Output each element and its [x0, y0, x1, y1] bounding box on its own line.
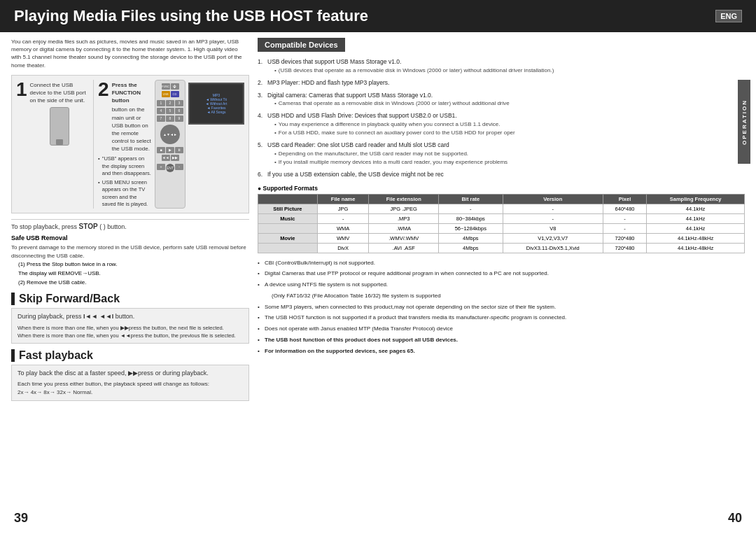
safe-usb-section: Safe USB Removal To prevent damage to th… — [11, 234, 249, 287]
skip-note-1: When there is more than one file, when y… — [18, 324, 243, 332]
skip-section-header: Skip Forward/Back — [11, 293, 249, 305]
page-title: Playing Media Files using the USB HOST f… — [14, 7, 368, 25]
formats-table: File name File extension Bit rate Versio… — [258, 194, 745, 253]
formats-section: ● Supported Formats File name File exten… — [258, 185, 745, 253]
table-row: Movie WMV .WMV/.WMV 4Mbps V1,V2,V3,V7 72… — [258, 233, 745, 243]
compatible-list: USB devices that support USB Mass Storag… — [258, 57, 745, 179]
step-2-text: button on the main unit or USB button on… — [112, 106, 152, 153]
col-header-freq: Sampling Frequency — [647, 194, 745, 204]
fast-section-header: Fast playback — [11, 349, 249, 362]
steps-area: 1 Connect the USB device to the USB port… — [11, 75, 249, 213]
bottom-notes: CBI (Control/Bulk/Interrupt) is not supp… — [258, 259, 745, 356]
function-btn: FUNC — [162, 83, 170, 90]
step-notes: "USB" appears on the display screen and … — [98, 155, 152, 209]
compatible-badge: Compatible Devices — [258, 38, 345, 52]
table-row: Still Picture JPG JPG .JPEG - - 640*480 … — [258, 204, 745, 213]
prev-btn: ◄◄ — [162, 155, 170, 161]
compat-item-1: USB devices that support USB Mass Storag… — [258, 57, 745, 75]
next-btn: ▶▶ — [171, 155, 179, 161]
step-2-number: 2 — [98, 80, 109, 99]
col-header-version: Version — [503, 194, 603, 204]
table-row: DivX .AVI .ASF 4Mbps DivX3.11-DivX5.1,Xv… — [258, 243, 745, 253]
stop-btn: ■ — [157, 147, 165, 153]
fast-note-1: Each time you press either button, the p… — [18, 380, 243, 388]
main-content: You can enjoy media files such as pictur… — [0, 32, 756, 534]
skip-main-text: During playback, press I◄◄ ◄◄I button. — [18, 312, 243, 322]
btn-1: 1 — [157, 100, 165, 106]
step-divider — [93, 80, 94, 209]
usb-btn: USB — [162, 91, 170, 97]
col-header-filename: File name — [317, 194, 369, 204]
page-num-left: 39 — [14, 511, 28, 526]
step-note-1: "USB" appears on the display screen and … — [98, 155, 152, 178]
step-2-bold-title: Press the FUNCTION button — [112, 82, 141, 104]
bold-note-2: For information on the supported devices… — [258, 347, 745, 356]
compat-item-4: USB HDD and USB Flash Drive: Devices tha… — [258, 111, 745, 137]
note-3: A device using NTFS file system is not s… — [258, 281, 745, 290]
skip-title: Skip Forward/Back — [19, 293, 120, 305]
stop-text: To stop playback, press — [11, 223, 77, 230]
safe-usb-title: Safe USB Removal — [11, 234, 249, 241]
step-2: 2 Press the FUNCTION button button on th… — [98, 80, 244, 209]
page-container: Playing Media Files using the USB HOST f… — [0, 0, 756, 534]
left-column: You can enjoy media files such as pictur… — [11, 38, 249, 528]
eng-badge: ENG — [715, 10, 742, 22]
fast-main-text: To play back the disc at a faster speed,… — [18, 369, 243, 379]
screen-area: MP3◄ Without Tit◄ Without Art◄ Favorites… — [188, 80, 244, 209]
safe-usb-intro: To prevent damage to the memory stored i… — [11, 244, 249, 260]
operation-label: OPERATION — [741, 99, 748, 145]
stop-section: To stop playback, press STOP ( ) button. — [11, 219, 249, 230]
note-3-sub: (Only FAT16/32 (File Allocation Table 16… — [258, 292, 745, 301]
compat-item-3: Digital camera: Cameras that support USB… — [258, 91, 745, 108]
page-numbers: 39 40 — [0, 511, 756, 526]
bold-note-1: The USB host function of this product do… — [258, 336, 745, 345]
col-header-bitrate: Bit rate — [439, 194, 503, 204]
step-2-title: Press the FUNCTION button — [112, 81, 152, 105]
btn-9: 9 — [175, 115, 183, 122]
stop-text2: ( ) button. — [99, 223, 127, 230]
vol-down: - — [175, 164, 183, 170]
remote-visual: FUNC ⏻ USB CD 1 2 3 — [155, 80, 186, 209]
btn-7: 7 — [157, 115, 165, 122]
btn-4: 4 — [157, 108, 165, 114]
page-num-right: 40 — [728, 511, 742, 526]
btn-8: 8 — [166, 115, 174, 122]
note-1: CBI (Control/Bulk/Interrupt) is not supp… — [258, 259, 745, 268]
power-btn: ⏻ — [171, 83, 179, 90]
pause-btn: ⏸ — [175, 147, 183, 153]
note-2: Digital Cameras that use PTP protocol or… — [258, 269, 745, 279]
nav-circle: ▲▼◄► — [160, 125, 180, 144]
intro-text: You can enjoy media files such as pictur… — [11, 38, 249, 69]
compat-item-5: USB card Reader: One slot USB card reade… — [258, 141, 745, 167]
screen-visual: MP3◄ Without Tit◄ Without Art◄ Favorites… — [188, 83, 244, 125]
note-6: Does not operate with Janus enabled MTP … — [258, 325, 745, 334]
note-4: Some MP3 players, when connected to this… — [258, 303, 745, 312]
enter-btn: ENT — [166, 164, 174, 172]
compat-item-6: If you use a USB extension cable, the US… — [258, 170, 745, 179]
step-1: 1 Connect the USB device to the USB port… — [16, 80, 89, 209]
compat-item-2: MP3 Player: HDD and flash type MP3 playe… — [258, 78, 745, 87]
vol-up: + — [157, 164, 165, 170]
col-header-category — [258, 194, 318, 204]
safe-usb-step-1: (1) Press the Stop button twice in a row… — [18, 260, 249, 287]
btn-2: 2 — [166, 100, 174, 106]
formats-title: ● Supported Formats — [258, 185, 745, 192]
fast-note-2: 2x→ 4x→ 8x→ 32x→ Normal. — [18, 388, 243, 397]
btn-6: 6 — [175, 108, 183, 114]
btn-3: 3 — [175, 100, 183, 106]
section-bar-skip — [11, 293, 15, 305]
skip-note-2: When there is more than one file, when y… — [18, 332, 243, 339]
header: Playing Media Files using the USB HOST f… — [0, 0, 756, 32]
operation-sidebar: OPERATION — [738, 80, 750, 164]
stop-bold: STOP — [79, 223, 98, 230]
skip-box: During playback, press I◄◄ ◄◄I button. W… — [11, 308, 249, 344]
cd-btn: CD — [171, 91, 179, 97]
right-column: Compatible Devices USB devices that supp… — [258, 38, 745, 528]
table-row: WMA .WMA 56~1284kbps V8 - 44.1kHz — [258, 223, 745, 233]
step-1-number: 1 — [16, 80, 27, 99]
btn-5: 5 — [166, 108, 174, 114]
section-bar-fast — [11, 349, 15, 362]
fast-title: Fast playback — [19, 349, 93, 362]
note-5: The USB HOST function is not supported i… — [258, 314, 745, 323]
fast-box: To play back the disc at a faster speed,… — [11, 365, 249, 401]
